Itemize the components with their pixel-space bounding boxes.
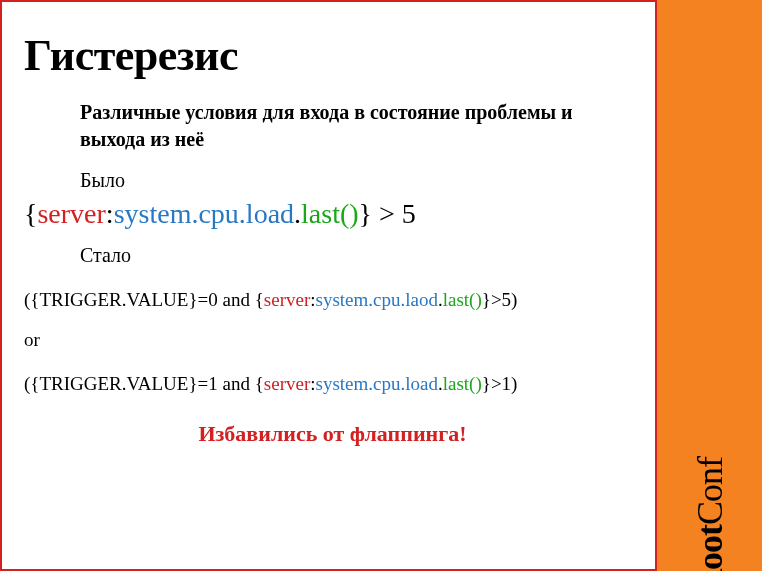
token-post: }>5)	[482, 289, 518, 310]
logo-conf: Conf	[690, 457, 730, 525]
token-key: system.cpu.load	[316, 373, 438, 394]
token-pre: ({TRIGGER.VALUE}=1 and {	[24, 373, 264, 394]
brace-close: }	[359, 198, 372, 229]
token-colon: :	[106, 198, 114, 229]
token-fn: last()	[443, 289, 482, 310]
footer-message: Избавились от флаппинга!	[24, 421, 641, 447]
expression-after-1: ({TRIGGER.VALUE}=0 and {server:system.cp…	[24, 289, 641, 311]
token-key: system.cpu.laod	[316, 289, 438, 310]
token-server: server	[264, 373, 310, 394]
token-fn: last()	[301, 198, 359, 229]
token-post: }>1)	[482, 373, 518, 394]
rootconf-logo: RootConf	[689, 457, 731, 571]
token-tail: > 5	[372, 198, 416, 229]
token-dot: .	[294, 198, 301, 229]
token-server: server	[37, 198, 105, 229]
label-after: Стало	[80, 244, 641, 267]
token-fn: last()	[443, 373, 482, 394]
sidebar: RootConf	[657, 0, 762, 571]
expression-after-2: ({TRIGGER.VALUE}=1 and {server:system.cp…	[24, 373, 641, 395]
expression-before: {server:system.cpu.load.last()} > 5	[24, 198, 641, 230]
label-before: Было	[80, 169, 641, 192]
slide-content: Гистерезис Различные условия для входа в…	[0, 0, 657, 571]
token-pre: ({TRIGGER.VALUE}=0 and {	[24, 289, 264, 310]
token-server: server	[264, 289, 310, 310]
logo-root: Root	[690, 525, 730, 571]
slide-title: Гистерезис	[24, 30, 641, 81]
or-operator: or	[24, 329, 641, 351]
brace-open: {	[24, 198, 37, 229]
slide-subtitle: Различные условия для входа в состояние …	[80, 99, 631, 153]
token-key: system.cpu.load	[114, 198, 294, 229]
